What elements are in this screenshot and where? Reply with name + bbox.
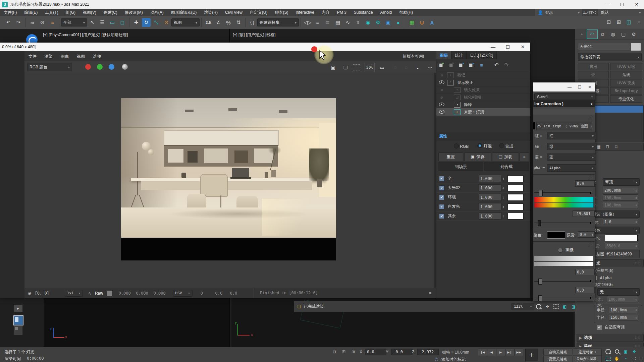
menu-views[interactable]: 视图(V): [79, 9, 100, 16]
brightness-slider[interactable]: [534, 298, 591, 298]
go-to-start-button[interactable]: ❙◀: [478, 349, 487, 356]
adaptive-dome-checkbox[interactable]: ✔ 自适应穹顶: [597, 324, 625, 330]
vfb-minimize-button[interactable]: —: [486, 44, 500, 50]
layer-list-icon[interactable]: ≡: [477, 61, 487, 69]
angle-snap-icon[interactable]: ∠: [214, 18, 223, 27]
rendered-frame-icon[interactable]: ▣: [384, 18, 392, 27]
alpha-map-dropdown[interactable]: Alpha: [547, 164, 596, 172]
region-render-icon[interactable]: [353, 64, 360, 70]
scale-icon[interactable]: ⤡: [152, 18, 161, 27]
eye-icon[interactable]: [439, 103, 444, 107]
copy-image-icon[interactable]: ❏: [340, 63, 351, 72]
zoom-extents-all-icon[interactable]: ❖: [630, 348, 639, 355]
cc-titlebar[interactable]: — ☐ ✕: [533, 82, 595, 92]
render-setup-icon[interactable]: ⚙: [374, 18, 382, 27]
strength-field[interactable]: 0.0▲▼: [578, 231, 595, 238]
pin-icon[interactable]: ◉: [28, 291, 31, 296]
type-dropdown[interactable]: 穹顶: [603, 178, 640, 186]
render-last-icon[interactable]: ◒: [413, 63, 423, 72]
object-color-swatch[interactable]: [630, 43, 641, 51]
radio-rgb[interactable]: RGB: [454, 143, 469, 149]
zoom-region-icon[interactable]: [604, 355, 612, 362]
orbit-icon[interactable]: ◔: [621, 355, 630, 362]
add-time-tag[interactable]: 添加时间标记: [441, 357, 466, 362]
lightmix-row-selfillum[interactable]: ✔ 自发光 1.000 ▲▼: [436, 202, 530, 212]
zoom-all-icon[interactable]: [612, 348, 621, 355]
crossing-select-icon[interactable]: ◻: [118, 18, 127, 27]
frame-icon[interactable]: ▭: [377, 63, 387, 72]
eye-icon[interactable]: [439, 80, 444, 85]
reference-coord-dropdown[interactable]: 视图: [171, 18, 200, 26]
menu-customize[interactable]: 自定义(U): [246, 9, 271, 16]
viewport-layout-tab-2[interactable]: [13, 326, 23, 335]
select-by-name-icon[interactable]: ☰: [98, 18, 107, 27]
zoom-50-button[interactable]: 50%: [365, 63, 375, 72]
radio-composite[interactable]: 合成: [499, 143, 513, 149]
dome-mode-value[interactable]: (完整穹顶): [595, 268, 613, 273]
maxscript-icon[interactable]: { }: [248, 18, 257, 27]
lightmix-row-skylight[interactable]: ✔ 天光02 1.000 ▲▼: [436, 183, 530, 193]
auto-key-button[interactable]: 自动关键点: [543, 349, 572, 355]
ghost-icon[interactable]: ◌: [401, 63, 411, 72]
menu-tools[interactable]: 工具(T): [41, 9, 62, 16]
grid-icon[interactable]: ⊞: [349, 349, 358, 355]
modify-tab-icon[interactable]: ◠: [587, 30, 597, 39]
menu-pm3[interactable]: PM 3: [333, 9, 350, 16]
zoom-extents-icon[interactable]: ▣: [621, 348, 630, 355]
radius1-field[interactable]: 100.0mm▲▼: [609, 307, 638, 313]
lightmix-row-rest[interactable]: ✔ 其余 1.000 ▲▼: [436, 212, 530, 221]
blue-channel-toggle[interactable]: [109, 64, 114, 70]
vfb-menu-image[interactable]: 图像: [57, 54, 73, 59]
next-frame-button[interactable]: ▶❙: [505, 349, 514, 356]
set-key-button[interactable]: 设置关键点: [543, 356, 572, 362]
layer-row-denoise[interactable]: ◑ 降噪: [436, 101, 530, 109]
hand-tool-icon[interactable]: ✛: [543, 303, 552, 310]
vfb-channel-dropdown[interactable]: RGB 颜色: [27, 63, 72, 71]
light-color-swatch[interactable]: [507, 185, 524, 191]
viewport-zoom-dropdown[interactable]: 122%: [512, 303, 534, 310]
rotate-icon[interactable]: ↻: [142, 18, 151, 27]
tab-log[interactable]: 日志[TZ汉化]: [467, 51, 497, 59]
isolate-selection-icon[interactable]: ⊡: [330, 349, 339, 355]
saturation-value-field[interactable]: -19.601: [573, 210, 595, 217]
menu-rendering[interactable]: 渲染(R): [200, 9, 221, 16]
eye-off-icon[interactable]: ⌀: [439, 88, 444, 92]
hue-slider[interactable]: [534, 192, 591, 193]
plugin-qr-icon[interactable]: ▦: [408, 18, 416, 27]
colormode-dropdown[interactable]: 颜色: [590, 227, 640, 234]
hierarchy-tab-icon[interactable]: ⧉: [597, 30, 608, 39]
light-color-swatch[interactable]: [507, 203, 524, 210]
tab-layers[interactable]: 图层: [436, 51, 451, 59]
menu-edit[interactable]: 编辑(E): [20, 9, 41, 16]
play-button[interactable]: ▶: [496, 349, 505, 356]
checkbox-checked[interactable]: ✔: [439, 185, 444, 191]
red-channel-toggle[interactable]: [85, 64, 91, 70]
update-notice[interactable]: 新版本可用!: [403, 54, 424, 59]
delete-layer-icon[interactable]: ≣×: [446, 61, 457, 69]
green-map-dropdown[interactable]: 绿: [547, 143, 596, 150]
green-channel-toggle[interactable]: [97, 64, 103, 70]
motion-tab-icon[interactable]: ◍: [608, 30, 618, 39]
mod-uvwmap-button[interactable]: UVW 贴图: [610, 63, 642, 70]
load-layers-icon[interactable]: ≣▲: [467, 61, 477, 69]
clone-icon[interactable]: ◌: [390, 63, 400, 72]
menu-substance[interactable]: Substance: [350, 9, 377, 16]
login-dropdown[interactable]: 👤 登录 ▾: [535, 9, 582, 16]
go-to-end-button[interactable]: ▶▶: [514, 349, 523, 356]
layer-manager-icon[interactable]: ≣: [323, 18, 332, 27]
set-key-big-button[interactable]: +: [525, 349, 538, 361]
display-tab-icon[interactable]: ▢: [618, 30, 629, 39]
remove-modifier-icon[interactable]: ⊟: [603, 144, 612, 150]
tint-color-swatch[interactable]: [547, 231, 565, 239]
previous-frame-button[interactable]: ◀: [487, 349, 496, 356]
lightmix-row-all[interactable]: ✔ 全 1.000 ▲▼: [436, 174, 530, 183]
red-map-dropdown[interactable]: 红: [547, 132, 596, 139]
vfb-status-menu-icon[interactable]: ≡: [429, 291, 431, 296]
mod-shell-button[interactable]: 壳: [578, 71, 609, 78]
material-editor-icon[interactable]: ◉: [364, 18, 372, 27]
right-tool-1-icon[interactable]: ⊡: [604, 18, 613, 26]
saturation-slider[interactable]: [534, 223, 591, 223]
redo-icon[interactable]: ↷: [14, 18, 23, 27]
ribbon-icon[interactable]: ▤: [333, 18, 342, 27]
align-icon[interactable]: ≡: [313, 18, 322, 27]
